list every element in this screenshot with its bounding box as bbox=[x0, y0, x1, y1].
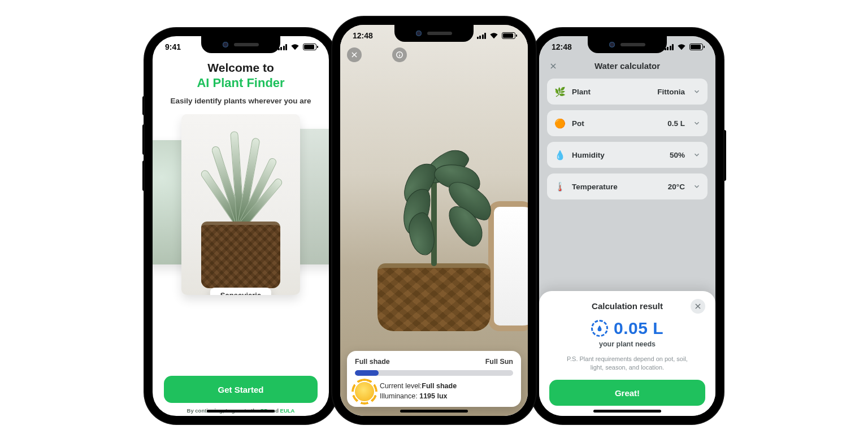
light-level-fill bbox=[355, 370, 379, 376]
chevron-down-icon bbox=[693, 183, 701, 190]
result-note: P.S. Plant requirements depend on pot, s… bbox=[559, 355, 695, 372]
welcome-subtitle: Easily identify plants wherever you are bbox=[168, 96, 313, 106]
info-button[interactable] bbox=[392, 47, 407, 62]
svg-point-2 bbox=[399, 53, 400, 54]
param-row-temperature[interactable]: 🌡️ Temperature 20°C bbox=[547, 173, 708, 199]
sun-icon bbox=[355, 382, 374, 401]
status-time: 9:41 bbox=[165, 42, 181, 51]
param-value: 50% bbox=[670, 151, 685, 159]
wifi-icon bbox=[677, 44, 686, 50]
close-icon bbox=[350, 51, 358, 59]
temperature-icon: 🌡️ bbox=[554, 180, 566, 193]
slider-max-label: Full Sun bbox=[485, 358, 513, 366]
info-icon bbox=[396, 51, 403, 59]
battery-icon bbox=[303, 44, 316, 50]
page-title: Water calculator bbox=[594, 61, 660, 71]
plant-illustration bbox=[181, 114, 300, 295]
status-time: 12:48 bbox=[552, 42, 572, 51]
plant-icon: 🌿 bbox=[554, 85, 566, 98]
chevron-down-icon bbox=[693, 151, 701, 159]
chevron-down-icon bbox=[693, 119, 701, 127]
result-subtext: your plant needs bbox=[549, 340, 705, 348]
cell-signal-icon bbox=[477, 33, 487, 39]
home-indicator[interactable] bbox=[400, 410, 468, 413]
param-value: 20°C bbox=[668, 183, 685, 191]
illuminance-line: Illuminance: 1195 lux bbox=[380, 392, 457, 402]
param-label: Plant bbox=[572, 88, 652, 96]
result-title: Calculation result bbox=[592, 301, 663, 311]
phone-water-calculator: 12:48 Water calculator 🌿 bbox=[531, 28, 723, 424]
slider-min-label: Full shade bbox=[355, 358, 390, 366]
battery-icon bbox=[689, 44, 703, 50]
param-value: 0.5 L bbox=[667, 119, 685, 128]
param-label: Pot bbox=[572, 119, 662, 128]
light-meter-panel: Full shade Full Sun Current level:Full s… bbox=[347, 351, 521, 407]
close-icon bbox=[694, 302, 702, 310]
plant-gallery[interactable]: Sansevieria bbox=[153, 114, 329, 368]
battery-icon bbox=[502, 32, 515, 39]
param-row-pot[interactable]: 🟠 Pot 0.5 L bbox=[547, 110, 708, 136]
param-row-plant[interactable]: 🌿 Plant Fittonia bbox=[547, 79, 708, 105]
home-indicator[interactable] bbox=[593, 410, 661, 413]
parameter-list: 🌿 Plant Fittonia 🟠 Pot 0.5 L 💧 Humidity bbox=[539, 79, 715, 199]
result-value: 0.05 L bbox=[614, 319, 663, 338]
get-started-button[interactable]: Get Started bbox=[164, 376, 318, 403]
close-button[interactable] bbox=[347, 47, 362, 62]
light-level-slider[interactable] bbox=[355, 370, 513, 376]
great-button[interactable]: Great! bbox=[549, 380, 705, 406]
welcome-title-line1: Welcome to bbox=[153, 61, 329, 75]
close-icon bbox=[549, 62, 557, 70]
param-label: Temperature bbox=[572, 183, 662, 191]
humidity-icon: 💧 bbox=[554, 149, 566, 161]
result-sheet: Calculation result 0.05 L your plant nee… bbox=[539, 291, 715, 416]
param-value: Fittonia bbox=[657, 88, 685, 96]
plant-name-chip: Sansevieria bbox=[210, 288, 271, 295]
close-button[interactable] bbox=[547, 60, 559, 72]
welcome-title-line2: AI Plant Finder bbox=[153, 76, 329, 90]
eula-link[interactable]: EULA bbox=[280, 407, 295, 414]
wifi-icon bbox=[290, 44, 300, 50]
phone-light-meter: 12:48 Full bbox=[332, 17, 536, 424]
current-level-line: Current level:Full shade bbox=[380, 381, 457, 392]
pot-icon: 🟠 bbox=[554, 117, 566, 129]
phone-welcome: 9:41 Welcome to AI Plant Finder Easily i… bbox=[145, 28, 337, 424]
param-row-humidity[interactable]: 💧 Humidity 50% bbox=[547, 142, 708, 168]
chevron-down-icon bbox=[693, 88, 701, 96]
home-indicator[interactable] bbox=[207, 410, 275, 413]
param-label: Humidity bbox=[572, 151, 664, 159]
status-time: 12:48 bbox=[353, 31, 373, 40]
page-header: Water calculator bbox=[539, 58, 715, 79]
wifi-icon bbox=[489, 32, 498, 39]
gallery-card-main[interactable]: Sansevieria bbox=[181, 114, 300, 295]
result-close-button[interactable] bbox=[691, 299, 705, 314]
water-drop-icon bbox=[591, 320, 608, 337]
